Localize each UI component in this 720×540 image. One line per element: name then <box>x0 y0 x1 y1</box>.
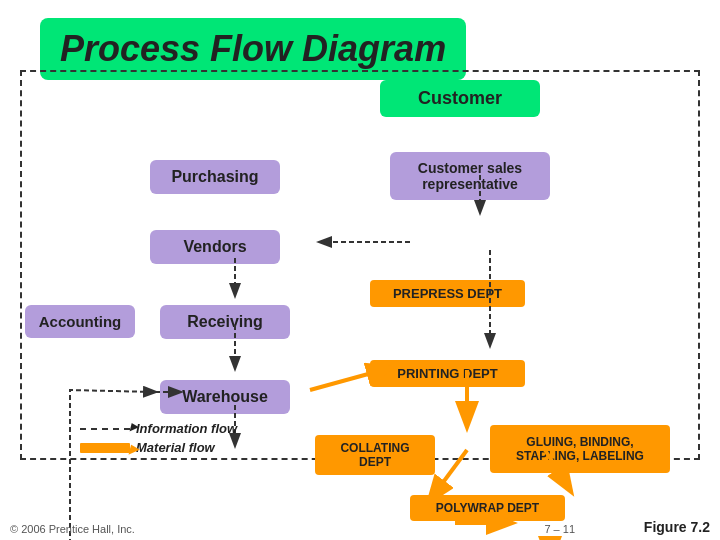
page-number: 7 – 11 <box>544 523 575 535</box>
accounting-label: Accounting <box>39 313 122 330</box>
purchasing-box: Purchasing <box>150 160 280 194</box>
purchasing-label: Purchasing <box>171 168 258 185</box>
accounting-box: Accounting <box>25 305 135 338</box>
prepress-box: PREPRESS DEPT <box>370 280 525 307</box>
solid-line-icon <box>80 443 130 453</box>
collating-label: COLLATING DEPT <box>340 441 409 469</box>
vendors-box: Vendors <box>150 230 280 264</box>
dashed-line-icon <box>80 428 130 430</box>
figure-number: Figure 7.2 <box>644 519 710 535</box>
vendors-label: Vendors <box>183 238 246 255</box>
material-flow-legend: Material flow <box>80 440 237 455</box>
receiving-label: Receiving <box>187 313 263 330</box>
title-text: Process Flow Diagram <box>60 28 446 69</box>
info-flow-legend: Information flow <box>80 421 237 436</box>
copyright-label: © 2006 Prentice Hall, Inc. <box>10 523 135 535</box>
outer-dashed-border <box>20 70 700 460</box>
info-flow-label: Information flow <box>136 421 237 436</box>
gluing-label: GLUING, BINDING, STAPLING, LABELING <box>516 435 644 463</box>
prepress-label: PREPRESS DEPT <box>393 286 502 301</box>
csr-label: Customer sales representative <box>418 160 522 192</box>
copyright-text: © 2006 Prentice Hall, Inc. 7 – 11 <box>10 523 575 535</box>
customer-box: Customer <box>380 80 540 117</box>
figure-label: Figure 7.2 <box>644 519 710 535</box>
printing-label: PRINTING DEPT <box>397 366 497 381</box>
collating-box: COLLATING DEPT <box>315 435 435 475</box>
polywrap-box: POLYWRAP DEPT <box>410 495 565 521</box>
receiving-box: Receiving <box>160 305 290 339</box>
printing-box: PRINTING DEPT <box>370 360 525 387</box>
material-flow-label: Material flow <box>136 440 215 455</box>
gluing-box: GLUING, BINDING, STAPLING, LABELING <box>490 425 670 473</box>
warehouse-box: Warehouse <box>160 380 290 414</box>
legend-area: Information flow Material flow <box>80 421 237 455</box>
polywrap-label: POLYWRAP DEPT <box>436 501 539 515</box>
csr-box: Customer sales representative <box>390 152 550 200</box>
slide: Process Flow Diagram Customer Purchasing… <box>0 0 720 540</box>
warehouse-label: Warehouse <box>182 388 268 405</box>
flow-area: Customer Purchasing Customer sales repre… <box>20 70 700 510</box>
customer-label: Customer <box>418 88 502 108</box>
